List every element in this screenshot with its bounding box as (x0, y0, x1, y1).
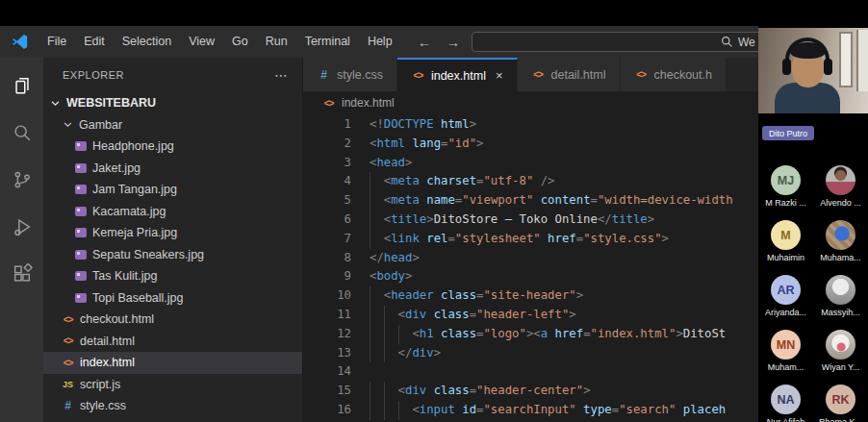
participant-tile-massyih[interactable]: Massyih... (813, 275, 868, 317)
tab-label: checkout.h (654, 68, 712, 82)
window-light-2 (856, 30, 868, 91)
code-line: <title>DitoStore — Toko Online</title> (370, 211, 733, 230)
search-sidebar-icon[interactable] (0, 109, 43, 156)
tab-checkout-h[interactable]: <>checkout.h (621, 58, 727, 91)
file-kacamata-jpg[interactable]: Kacamata.jpg (43, 201, 302, 223)
file-script-js[interactable]: JSscript.js (43, 374, 302, 396)
participant-tile-nur-afifah[interactable]: NANur Afifah (758, 385, 813, 422)
file-sepatu-sneakers-jpg[interactable]: Sepatu Sneakers.jpg (43, 244, 302, 266)
participant-initials-avatar: NA (771, 385, 801, 414)
extensions-icon[interactable] (0, 250, 43, 297)
line-number: 6 (303, 211, 351, 230)
line-number: 4 (303, 172, 351, 191)
file-detail-html[interactable]: <>detail.html (43, 331, 302, 353)
image-file-icon (73, 228, 88, 237)
indent-guide (370, 325, 412, 344)
source-control-icon[interactable] (0, 156, 43, 203)
menu-item-view[interactable]: View (180, 26, 223, 58)
video-call-panel: Dito Putro MJM Razki ...Alvendo ...MMuha… (758, 0, 868, 422)
tab-detail-html[interactable]: <>detail.html (518, 58, 621, 91)
tab-index-html[interactable]: <>index.html× (397, 58, 518, 91)
tab-label: detail.html (551, 68, 606, 82)
participant-tile-wiyan-y[interactable]: Wiyan Y... (813, 330, 868, 372)
line-number: 9 (303, 267, 351, 286)
image-file-icon (73, 250, 88, 260)
file-label: script.js (80, 378, 120, 391)
line-number: 7 (303, 230, 351, 249)
headphones-band-icon (785, 37, 830, 61)
menu-item-terminal[interactable]: Terminal (296, 26, 359, 58)
participant-tile-m-razki[interactable]: MJM Razki ... (758, 165, 813, 208)
participant-name: Wiyan Y... (822, 362, 860, 372)
vscode-window: FileEditSelectionViewGoRunTerminalHelp ←… (0, 26, 868, 422)
tab-style-css[interactable]: #style.css (303, 58, 397, 91)
participant-initials-avatar: AR (771, 275, 801, 305)
menu-item-edit[interactable]: Edit (75, 26, 114, 58)
participant-tile-muham[interactable]: MNMuham... (758, 330, 813, 372)
command-search-input[interactable]: We (472, 32, 772, 52)
file-label: Kacamata.jpg (92, 205, 166, 218)
menu-item-selection[interactable]: Selection (114, 26, 180, 58)
html-file-icon: <> (61, 314, 75, 325)
file-label: index.html (80, 356, 135, 369)
line-number: 16 (303, 401, 351, 420)
participant-name: Muham... (768, 362, 804, 372)
close-tab-icon[interactable]: × (496, 68, 503, 83)
file-style-css[interactable]: #style.css (43, 395, 302, 417)
indent-guide (370, 382, 398, 401)
folder-gambar[interactable]: Gambar (43, 114, 302, 137)
forward-arrow-icon[interactable]: → (447, 35, 460, 50)
file-tas-kulit-jpg[interactable]: Tas Kulit.jpg (43, 265, 302, 287)
participant-tile-muhaimin[interactable]: MMuhaimin (758, 220, 813, 262)
image-glyph (75, 250, 87, 260)
menu-item-go[interactable]: Go (223, 26, 257, 58)
explorer-sidebar: EXPLORER ⋯ WEBSITEBARU GambarHeadphone.j… (43, 58, 303, 422)
run-debug-icon[interactable] (0, 203, 43, 250)
image-glyph (75, 271, 87, 281)
explorer-more-actions-icon[interactable]: ⋯ (274, 67, 289, 83)
activity-bar (0, 58, 43, 422)
file-label: Tas Kulit.jpg (92, 269, 157, 283)
nav-history: ← → (418, 26, 460, 58)
participant-name: Muhaimin (767, 253, 804, 262)
file-label: Gambar (79, 118, 122, 132)
indent-guide (370, 344, 398, 363)
code-line: <h1 class="logo"><a href="index.html">Di… (370, 325, 733, 344)
file-topi-baseball-jpg[interactable]: Topi Baseball.jpg (43, 287, 302, 310)
menu-item-file[interactable]: File (38, 26, 75, 58)
participant-tile-rhama-k[interactable]: RKRhama K... (813, 385, 868, 422)
headphone-earcup-right (824, 59, 832, 75)
folder-websitebaru[interactable]: WEBSITEBARU (43, 92, 302, 114)
line-number: 15 (303, 382, 351, 401)
participant-tile-alvendo[interactable]: Alvendo ... (813, 165, 868, 208)
menu-item-run[interactable]: Run (257, 26, 296, 58)
file-headphone-jpg[interactable]: Headphone.jpg (43, 136, 302, 158)
file-checkout-html[interactable]: <>checkout.html (43, 309, 302, 331)
menu-bar: FileEditSelectionViewGoRunTerminalHelp (38, 26, 401, 58)
image-file-icon (73, 141, 88, 151)
image-file-icon (73, 207, 88, 216)
file-label: Topi Baseball.jpg (92, 291, 184, 305)
image-file-icon (73, 185, 88, 194)
indent-guide (370, 401, 412, 420)
participant-initials-avatar: MN (771, 330, 801, 360)
css-file-icon: # (317, 68, 331, 82)
indent-guide (370, 191, 384, 211)
participant-tile-muhama[interactable]: Muhama... (813, 220, 868, 262)
presenter-video-tile[interactable] (758, 28, 868, 113)
back-arrow-icon[interactable]: ← (418, 35, 431, 50)
file-index-html[interactable]: <>index.html (43, 352, 302, 374)
image-file-icon (73, 293, 88, 303)
participant-photo-avatar (826, 165, 855, 195)
participant-tile-ariyanda[interactable]: ARAriyanda... (758, 275, 813, 317)
file-jaket-jpg[interactable]: Jaket.jpg (43, 158, 302, 180)
code-line: <div class="header-left"> (370, 306, 733, 325)
files-explorer-icon[interactable] (0, 62, 43, 109)
file-kemeja-pria-jpg[interactable]: Kemeja Pria.jpg (43, 222, 302, 244)
workbench: EXPLORER ⋯ WEBSITEBARU GambarHeadphone.j… (0, 58, 868, 422)
root-folder-label: WEBSITEBARU (66, 96, 156, 110)
file-jam-tangan-jpg[interactable]: Jam Tangan.jpg (43, 179, 302, 201)
menu-item-help[interactable]: Help (359, 26, 401, 58)
explorer-tree: GambarHeadphone.jpgJaket.jpgJam Tangan.j… (43, 114, 302, 417)
tab-label: style.css (337, 68, 383, 82)
